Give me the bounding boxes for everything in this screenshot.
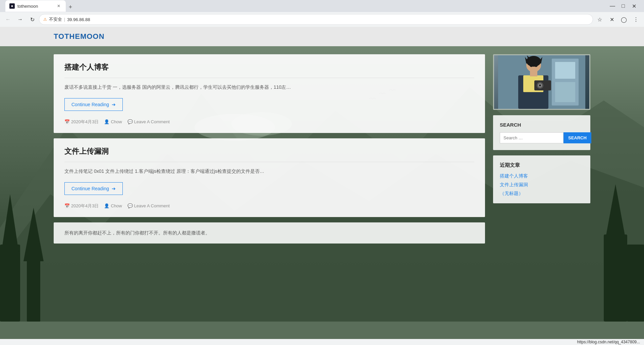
arrow-right-icon-2: ➔ (112, 186, 116, 191)
third-card-text: 所有的离开你都赶不上，所有的门你都打不开。所有的人都是撒谎者。 (64, 229, 474, 237)
site-title[interactable]: TOTHEMOON (54, 32, 105, 41)
sidebar-search-card: SEARCH SEARCH (493, 115, 590, 150)
post-2-comment-link[interactable]: Leave A Comment (134, 203, 170, 208)
post-2-date: 2020年4月3日 (71, 203, 99, 209)
recent-link-1[interactable]: 搭建个人博客 (500, 173, 584, 179)
tab-favicon: ■ (9, 3, 15, 9)
post-1-title: 搭建个人博客 (64, 62, 474, 72)
recent-link-3[interactable]: （无标题） (500, 191, 584, 197)
recent-links-list: 搭建个人博客 文件上传漏洞 （无标题） (500, 173, 584, 197)
svg-rect-10 (627, 245, 644, 322)
post-1-comment-link[interactable]: Leave A Comment (134, 119, 170, 124)
page-wrapper: TOTHEMOON 搭建个人博客 废话不多说直接上干货 一，选服务器 国内的阿里… (0, 27, 644, 322)
minimize-button[interactable]: — (608, 1, 617, 11)
post-2-excerpt: 文件上传笔记 0x01 文件上传绕过 1.客户端js检查绕过 原理：客户端通过j… (64, 167, 474, 176)
extension-button[interactable]: ✕ (606, 14, 617, 25)
post-2-author-link[interactable]: Chow (111, 203, 122, 208)
bookmark-button[interactable]: ☆ (594, 14, 605, 25)
site-header: TOTHEMOON (0, 27, 644, 46)
continue-reading-1-label: Continue Reading (71, 102, 109, 107)
post-2-author-item: 👤 Chow (104, 203, 122, 208)
svg-rect-16 (555, 82, 575, 102)
url-text: 39.96.86.88 (67, 17, 90, 22)
post-2-divider (64, 162, 474, 162)
search-section-title: SEARCH (500, 122, 584, 128)
search-row: SEARCH (500, 132, 584, 143)
post-2-title: 文件上传漏洞 (64, 146, 474, 156)
main-column: 搭建个人博客 废话不多说直接上干货 一，选服务器 国内的阿里云，腾讯云都行，学生… (54, 54, 485, 244)
reload-button[interactable]: ↻ (27, 14, 38, 25)
search-button[interactable]: SEARCH (564, 132, 591, 143)
svg-rect-15 (555, 62, 575, 79)
sidebar-image-card (493, 54, 590, 110)
post-2-meta: 📅 2020年4月3日 👤 Chow 💬 Leave A Comment (64, 203, 474, 209)
tab-bar: ■ tothemoon ✕ + (3, 0, 608, 12)
post-1-excerpt: 废话不多说直接上干货 一，选服务器 国内的阿里云，腾讯云都行，学生可以去买他们的… (64, 83, 474, 91)
maximize-button[interactable]: □ (619, 1, 628, 11)
post-2-comment-item: 💬 Leave A Comment (127, 203, 170, 208)
address-bar[interactable]: ⚠ 不安全 | 39.96.86.88 (39, 14, 593, 25)
post-1-divider (64, 78, 474, 78)
continue-reading-2-label: Continue Reading (71, 186, 109, 191)
back-button[interactable]: ← (3, 14, 13, 25)
post-1-author-item: 👤 Chow (104, 119, 122, 124)
post-1-date-item: 📅 2020年4月3日 (64, 119, 99, 125)
browser-chrome: ■ tothemoon ✕ + — □ ✕ ← → ↻ ⚠ 不安全 | 39.9… (0, 0, 644, 27)
svg-point-26 (534, 64, 538, 67)
continue-reading-1-button[interactable]: Continue Reading ➔ (64, 98, 123, 111)
new-tab-button[interactable]: + (66, 2, 75, 12)
tab-title: tothemoon (17, 4, 53, 9)
post-card-1: 搭建个人博客 废话不多说直接上干货 一，选服务器 国内的阿里云，腾讯云都行，学生… (54, 54, 485, 133)
post-card-2: 文件上传漏洞 文件上传笔记 0x01 文件上传绕过 1.客户端js检查绕过 原理… (54, 138, 485, 217)
post-1-comment-item: 💬 Leave A Comment (127, 119, 170, 124)
search-input[interactable] (500, 132, 564, 143)
sidebar-image (494, 55, 589, 109)
author-icon: 👤 (104, 119, 109, 124)
svg-point-30 (539, 84, 541, 86)
window-controls: — □ ✕ (608, 1, 639, 11)
arrow-right-icon: ➔ (112, 102, 116, 107)
post-1-date: 2020年4月3日 (71, 119, 99, 125)
post-2-date-item: 📅 2020年4月3日 (64, 203, 99, 209)
third-post-card: 所有的离开你都赶不上，所有的门你都打不开。所有的人都是撒谎者。 (54, 222, 485, 244)
browser-toolbar: ← → ↻ ⚠ 不安全 | 39.96.86.88 ☆ ✕ ◯ ⋮ (0, 12, 644, 27)
continue-reading-2-button[interactable]: Continue Reading ➔ (64, 182, 123, 195)
toolbar-right-buttons: ☆ ✕ ◯ ⋮ (594, 14, 641, 25)
profile-button[interactable]: ◯ (619, 14, 629, 25)
page-content: 搭建个人博客 废话不多说直接上干货 一，选服务器 国内的阿里云，腾讯云都行，学生… (0, 46, 644, 252)
comment-icon-2: 💬 (127, 203, 133, 208)
browser-titlebar: ■ tothemoon ✕ + — □ ✕ (0, 0, 644, 12)
author-icon-2: 👤 (104, 203, 109, 208)
comment-icon: 💬 (127, 119, 133, 124)
active-tab[interactable]: ■ tothemoon ✕ (5, 0, 66, 12)
security-icon: ⚠ (43, 17, 47, 22)
sidebar: SEARCH SEARCH 近期文章 搭建个人博客 文件上传漏洞 （无标题） (493, 54, 590, 203)
sidebar-recent-card: 近期文章 搭建个人博客 文件上传漏洞 （无标题） (493, 155, 590, 203)
close-window-button[interactable]: ✕ (629, 1, 639, 11)
insecure-label: 不安全 (49, 16, 62, 22)
anime-character-svg (498, 55, 585, 109)
post-1-author-link[interactable]: Chow (111, 119, 122, 124)
svg-point-25 (530, 64, 533, 67)
tab-close-button[interactable]: ✕ (56, 3, 62, 9)
calendar-icon-2: 📅 (64, 203, 70, 208)
forward-button[interactable]: → (15, 14, 25, 25)
svg-rect-5 (27, 255, 40, 322)
menu-button[interactable]: ⋮ (631, 14, 641, 25)
url-separator: | (64, 17, 65, 22)
post-1-meta: 📅 2020年4月3日 👤 Chow 💬 Leave A Comment (64, 119, 474, 125)
recent-posts-title: 近期文章 (500, 162, 584, 168)
calendar-icon: 📅 (64, 119, 70, 124)
recent-link-2[interactable]: 文件上传漏洞 (500, 182, 584, 188)
